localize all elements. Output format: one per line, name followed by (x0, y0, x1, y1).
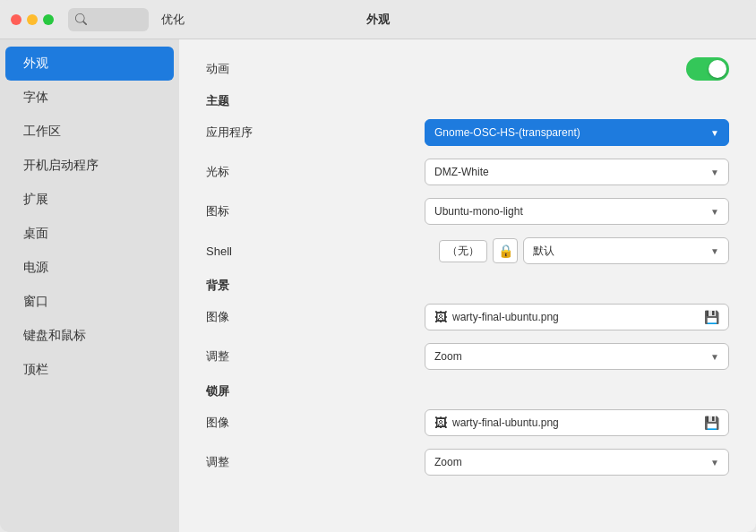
save-icon: 💾 (704, 310, 719, 324)
lock-file-icon: 🖼 (434, 416, 447, 430)
bg-adjust-value: Zoom (434, 350, 462, 363)
sidebar-label-workspace: 工作区 (23, 124, 61, 138)
close-button[interactable] (11, 14, 21, 25)
maximize-button[interactable] (43, 14, 54, 25)
lock-adjust-arrow: ▼ (710, 458, 719, 468)
sidebar-label-keyboard: 键盘和鼠标 (23, 328, 86, 342)
lock-image-name: 🖼 warty-final-ubuntu.png (434, 416, 559, 430)
cursor-dropdown[interactable]: DMZ-White ▼ (425, 159, 729, 185)
bg-adjust-dropdown[interactable]: Zoom ▼ (425, 343, 729, 370)
sidebar-item-power[interactable]: 电源 (5, 251, 174, 285)
cursor-control: DMZ-White ▼ (278, 159, 729, 185)
lock-adjust-dropdown[interactable]: Zoom ▼ (425, 449, 729, 476)
traffic-lights (11, 14, 54, 25)
bg-image-row: 图像 🖼 warty-final-ubuntu.png 💾 (206, 303, 729, 331)
shell-controls: （无） 🔒 默认 ▼ (278, 237, 729, 264)
icon-dropdown[interactable]: Ubuntu-mono-light ▼ (425, 198, 729, 225)
window-title: 外观 (366, 12, 390, 28)
lock-image-row: 图像 🖼 warty-final-ubuntu.png 💾 (206, 408, 729, 437)
sidebar-item-fonts[interactable]: 字体 (5, 81, 174, 115)
app-theme-arrow: ▼ (710, 128, 719, 138)
content-area: 动画 主题 应用程序 Gnome-OSC-HS-(transparent) ▼ … (179, 39, 756, 532)
lock-adjust-row: 调整 Zoom ▼ (206, 448, 729, 476)
sidebar-item-extensions[interactable]: 扩展 (5, 183, 174, 217)
minimize-button[interactable] (27, 14, 38, 25)
app-theme-dropdown[interactable]: Gnome-OSC-HS-(transparent) ▼ (425, 119, 729, 146)
app-theme-value: Gnome-OSC-HS-(transparent) (434, 126, 580, 139)
sidebar-label-startup: 开机启动程序 (23, 158, 99, 172)
bg-file-icon: 🖼 (434, 310, 447, 324)
shell-dropdown[interactable]: 默认 ▼ (523, 237, 729, 264)
shell-lock-button[interactable]: 🔒 (493, 238, 518, 263)
search-icon (75, 13, 87, 25)
optimize-button[interactable]: 优化 (161, 12, 185, 28)
app-theme-label: 应用程序 (206, 124, 278, 141)
main-layout: 外观 字体 工作区 开机启动程序 扩展 桌面 电源 窗口 键盘和鼠标 顶栏 (0, 39, 756, 532)
sidebar-label-topbar: 顶栏 (23, 362, 48, 376)
icon-row: 图标 Ubuntu-mono-light ▼ (206, 197, 729, 226)
shell-value: 默认 (533, 244, 554, 259)
sidebar-label-appearance: 外观 (23, 56, 48, 70)
lock-image-save-button[interactable]: 💾 (704, 416, 719, 430)
lock-image-label: 图像 (206, 415, 278, 431)
lock-adjust-label: 调整 (206, 454, 278, 470)
bg-image-save-button[interactable]: 💾 (704, 310, 719, 324)
icon-label: 图标 (206, 203, 278, 219)
cursor-arrow: ▼ (710, 167, 719, 177)
background-section-header: 背景 (206, 278, 729, 294)
search-box[interactable] (68, 8, 149, 31)
bg-image-filename: warty-final-ubuntu.png (452, 311, 559, 323)
app-theme-row: 应用程序 Gnome-OSC-HS-(transparent) ▼ (206, 118, 729, 147)
bg-adjust-arrow: ▼ (710, 352, 719, 362)
sidebar: 外观 字体 工作区 开机启动程序 扩展 桌面 电源 窗口 键盘和鼠标 顶栏 (0, 39, 179, 532)
icon-arrow: ▼ (710, 207, 719, 217)
shell-row: Shell （无） 🔒 默认 ▼ (206, 236, 729, 265)
icon-control: Ubuntu-mono-light ▼ (278, 198, 729, 225)
cursor-row: 光标 DMZ-White ▼ (206, 158, 729, 186)
sidebar-label-desktop: 桌面 (23, 226, 48, 240)
bg-image-label: 图像 (206, 309, 278, 325)
cursor-value: DMZ-White (434, 166, 489, 178)
lock-adjust-control: Zoom ▼ (278, 449, 729, 476)
shell-none-badge: （无） (439, 240, 487, 262)
titlebar: 优化 外观 (0, 0, 756, 39)
cursor-label: 光标 (206, 164, 278, 180)
sidebar-label-fonts: 字体 (23, 90, 48, 104)
lock-save-icon: 💾 (704, 416, 719, 430)
icon-value: Ubuntu-mono-light (434, 205, 523, 218)
app-theme-control: Gnome-OSC-HS-(transparent) ▼ (278, 119, 729, 146)
shell-label: Shell (206, 245, 278, 258)
bg-adjust-label: 调整 (206, 348, 278, 365)
sidebar-label-power: 电源 (23, 260, 48, 274)
sidebar-item-window[interactable]: 窗口 (5, 285, 174, 319)
lock-image-filename: warty-final-ubuntu.png (452, 416, 559, 429)
lockscreen-section-header: 锁屏 (206, 383, 729, 399)
animation-row: 动画 (206, 57, 729, 81)
theme-section-header: 主题 (206, 93, 729, 109)
bg-image-control: 🖼 warty-final-ubuntu.png 💾 (278, 304, 729, 330)
sidebar-item-appearance[interactable]: 外观 (5, 47, 174, 81)
lock-icon: 🔒 (498, 244, 513, 258)
sidebar-item-workspace[interactable]: 工作区 (5, 115, 174, 149)
lock-image-control: 🖼 warty-final-ubuntu.png 💾 (278, 409, 729, 436)
lock-adjust-value: Zoom (434, 456, 462, 468)
lock-image-file[interactable]: 🖼 warty-final-ubuntu.png 💾 (425, 409, 729, 436)
sidebar-item-startup[interactable]: 开机启动程序 (5, 149, 174, 183)
sidebar-item-desktop[interactable]: 桌面 (5, 217, 174, 251)
sidebar-item-topbar[interactable]: 顶栏 (5, 353, 174, 387)
bg-image-name: 🖼 warty-final-ubuntu.png (434, 310, 559, 324)
sidebar-label-window: 窗口 (23, 294, 48, 308)
bg-adjust-control: Zoom ▼ (278, 343, 729, 370)
bg-image-file[interactable]: 🖼 warty-final-ubuntu.png 💾 (425, 304, 729, 330)
animation-label: 动画 (206, 61, 686, 77)
shell-arrow: ▼ (710, 246, 719, 256)
sidebar-item-keyboard[interactable]: 键盘和鼠标 (5, 319, 174, 353)
animation-toggle[interactable] (686, 57, 729, 81)
sidebar-label-extensions: 扩展 (23, 192, 48, 206)
bg-adjust-row: 调整 Zoom ▼ (206, 342, 729, 371)
